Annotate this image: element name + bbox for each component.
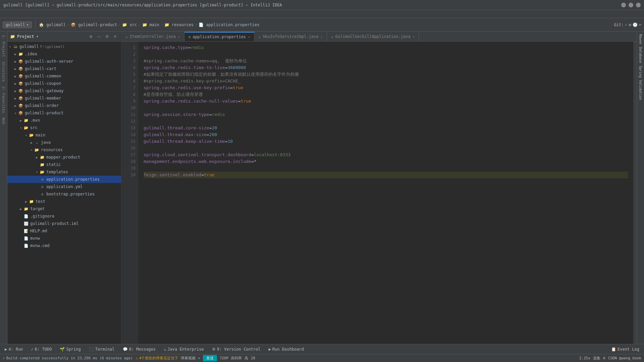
toolbar-nav: gulimall ▾ [3,21,32,28]
web-label[interactable]: Web [1,116,6,126]
select-label: 选集 [593,356,600,361]
label-gitignore: .gitignore [30,214,54,219]
label-order: gulimall-order [25,103,59,108]
tree-item-mapper[interactable]: ▶ 📁 mapper.product [7,154,121,161]
arrow-order: ▶ [13,104,18,108]
label-member: gulimall-member [25,96,61,101]
close-btn[interactable] [636,3,641,7]
tree-item-resources[interactable]: ▾ 📂 resources [7,146,121,154]
database-label[interactable]: Database [638,46,643,64]
editor-scrollbar[interactable] [633,42,637,344]
tree-item-common[interactable]: ▶ 📦 gulimall-common [7,72,121,80]
label-idea: .idea [25,52,37,56]
label-gulimall-path: F:\gulimall [40,45,65,49]
panel-close-btn[interactable]: ✕ [112,33,118,40]
tree-item-order[interactable]: ▶ 📦 gulimall-order [7,102,121,109]
tab-item-appprops[interactable]: ⚙ application.properties ✕ [184,32,255,41]
tree-item-help[interactable]: 📝 HELP.md [7,227,121,235]
panel-actions: ⊕ — ⚙ ✕ [88,33,118,40]
tree-item-idea[interactable]: ▶ 📁 .idea [7,50,121,58]
tree-item-appyml[interactable]: ⚙ application.yml [7,183,121,190]
code-area[interactable]: spring.cache.type=redis #spring.cache.ca… [138,42,633,344]
code-line-15: gulimall.thread.keep-alive-time=10 [144,138,628,145]
code-line-18: management.endpoints.web.exposure.includ… [144,158,628,165]
tree-item-bootstrap[interactable]: ⚙ bootstrap.properties [7,190,121,198]
panel-locate-btn[interactable]: ⊕ [88,33,94,40]
tab-close-controller[interactable]: ✕ [178,35,180,39]
tab-close-appprops[interactable]: ✕ [248,35,250,39]
tree-item-target[interactable]: ▶ 📁 target [7,205,121,213]
project-label[interactable]: 1: Project [1,33,6,59]
tree-item-java[interactable]: ▶ ☕ java [7,139,121,146]
tab-icon-controller: ☕ [125,35,128,39]
label-mvnw: mvnw [30,236,40,241]
tab-event-log[interactable]: 📋 Event Log [609,346,641,352]
arrow-gulimall: ▾ [7,45,13,49]
label-auth: gulimall-auth-server [25,59,73,64]
barrage-nav[interactable]: 弹幕视频 > [181,356,200,361]
window-controls[interactable] [621,3,641,7]
tab-run-dashboard[interactable]: ▶ Run Dashboard [267,346,306,352]
spring-label: Spring [66,347,80,352]
tab-item-skuservice[interactable]: ☕ SkuInfoServiceImpl.java ✕ [255,32,327,41]
code-line-17: spring.cloud.sentinel.transport.dashboar… [144,152,628,158]
todo-icon: ✓ [31,347,34,352]
java-enterprise-icon: ☕ [164,347,166,352]
icon-gitignore: 📄 [23,214,29,219]
tree-item-member[interactable]: ▶ 📦 gulimall-member [7,95,121,102]
tree-item-gulimall[interactable]: ▾ 🗂 gulimall F:\gulimall [7,43,121,50]
git-revert-icon: ↩ [639,22,641,27]
tree-item-mvnwcmd[interactable]: 📄 mvnw.cmd [7,242,121,249]
warning-icon: ⚠ [136,356,138,360]
tree-item-mvn[interactable]: ▶ 📁 .mvn [7,117,121,124]
tree-item-gitignore[interactable]: 📄 .gitignore [7,213,121,220]
spring-validation-label[interactable]: Spring Validation [638,64,643,101]
messages-label: 0: Messages [129,347,156,352]
label-mapper: mapper.product [46,155,80,160]
panel-settings-btn[interactable]: ⚙ [104,33,110,40]
tree-item-static[interactable]: 📁 static [7,161,121,168]
tree-item-appprops[interactable]: ⚙ application.properties [7,176,121,183]
tree-item-src[interactable]: ▾ 📂 src [7,124,121,131]
tab-spring[interactable]: 🌱 Spring [58,346,83,352]
tree-item-templates[interactable]: ▾ 📂 templates [7,168,121,176]
breadcrumb: 🏠 gulimall › 📦 gulimall-product › 📁 src … [39,22,259,27]
java-enterprise-label: Java Enterprise [167,347,204,352]
project-dropdown-icon: ▾ [26,22,29,27]
tab-run[interactable]: ▶ 4: Run [3,346,25,352]
tree-item-cart[interactable]: ▶ 📦 gulimall-cart [7,65,121,72]
label-appyml: application.yml [46,184,83,189]
tab-item-controller[interactable]: ☕ ItemController.java ✕ [121,32,184,41]
project-panel: 📁 Project ▾ ⊕ — ⚙ ✕ ▾ 🗂 gulimall F:\guli… [7,32,121,344]
maven-label[interactable]: Maven [638,33,643,46]
tab-close-seckill[interactable]: ✕ [413,35,415,39]
tree-item-test[interactable]: ▶ 📁 test [7,198,121,205]
structure-label[interactable]: Structure [1,60,6,84]
bottom-toolbar: ▶ 4: Run ✓ 6: TODO 🌱 Spring ⬛ Terminal 💬… [0,344,644,354]
project-selector[interactable]: gulimall ▾ [3,21,32,28]
tab-messages[interactable]: 💬 0: Messages [121,346,158,352]
minimize-btn[interactable] [621,3,626,7]
code-line-11: spring.session.store-type=redis [144,111,628,118]
tab-todo[interactable]: ✓ 6: TODO [29,346,54,352]
tab-terminal[interactable]: ⬛ Terminal [87,346,117,352]
favorites-label[interactable]: 2: Favorites [1,84,6,115]
tree-item-main[interactable]: ▾ 📂 main [7,131,121,139]
label-help: HELP.md [30,229,47,233]
resolution-text: 720P 高码率 [220,356,242,361]
tree-item-mvnw[interactable]: 📄 mvnw [7,235,121,242]
send-btn[interactable]: 发送 [203,355,217,361]
maximize-btn[interactable] [629,3,633,7]
tab-item-seckill[interactable]: ☕ GulimallSeckillApplication.java ✕ [327,32,419,41]
tree-item-coupon[interactable]: ▶ 📦 gulimall-coupon [7,80,121,87]
code-line-13: gulimall.thread.core-size=20 [144,125,628,131]
panel-collapse-btn[interactable]: — [96,33,102,40]
tab-close-skuservice[interactable]: ✕ [321,35,323,39]
tree-item-iml[interactable]: ⬜ gulimall-product.iml [7,220,121,227]
tree-item-auth[interactable]: ▶ 📦 gulimall-auth-server [7,58,121,65]
icon-appyml: ⚙ [40,184,45,189]
tab-version-control[interactable]: ⑨ 9: Version Control [210,346,263,352]
tab-java-enterprise[interactable]: ☕ Java Enterprise [162,346,206,352]
tree-item-gateway[interactable]: ▶ 📦 gulimall-gateway [7,87,121,95]
tree-item-product[interactable]: ▾ 📦 gulimall-product [7,109,121,117]
